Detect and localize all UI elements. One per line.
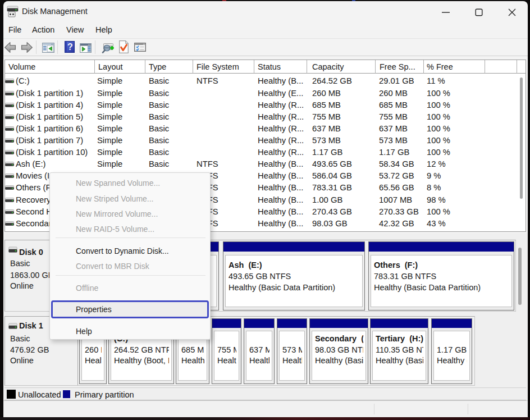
svg-text:?: ? (67, 42, 73, 52)
